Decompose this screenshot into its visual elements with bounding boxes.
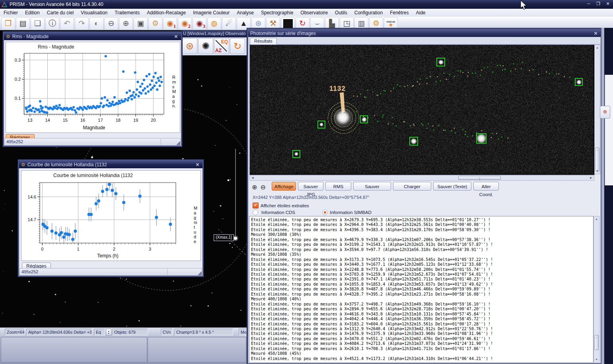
lightcurve-window-title-bar[interactable]: ⚙ Courbe de luminosité Hollandia (1132 ✕	[19, 161, 202, 168]
close-icon[interactable]: ✕	[195, 162, 200, 167]
minimize-icon[interactable]: ─	[586, 1, 592, 6]
magnifier-button[interactable]: ⊕	[600, 106, 610, 119]
close-icon[interactable]: ✕	[593, 31, 599, 36]
bottom-panel-left	[1, 337, 147, 362]
extracted-star-marker[interactable]	[476, 133, 487, 144]
menu-item-aide[interactable]: Aide	[413, 9, 429, 17]
scrollbar-thumb[interactable]: =	[594, 335, 599, 350]
menu-item-traitements[interactable]: Traitements	[111, 9, 143, 17]
zoom-in-icon[interactable]: ⊕	[119, 17, 133, 30]
menu-item-analyse[interactable]: Analyse	[233, 9, 257, 17]
menu-item-fen-tres[interactable]: Fenêtres	[386, 9, 412, 17]
camera-3-icon[interactable]: ◉3	[193, 17, 206, 30]
scroll-down-icon[interactable]: ▼	[595, 169, 600, 173]
eq-frame-spinner[interactable]: ▲▼	[106, 329, 111, 335]
extracted-star-marker[interactable]	[292, 150, 300, 158]
photometry-window-title-bar[interactable]: Photométrie sur série d'images ✕	[248, 29, 601, 37]
save-image-icon[interactable]: ▤	[16, 17, 30, 30]
show-extracted-stars-checkbox[interactable]: ✔	[253, 202, 259, 208]
scroll-up-icon[interactable]: ▲	[595, 45, 600, 50]
log-line: Etoile éliminée, trop peu de mesures à X…	[251, 331, 593, 336]
scroll-down-icon[interactable]: ▼	[594, 357, 599, 362]
contrast-icon[interactable]: ◐	[90, 17, 103, 30]
scroll-up-icon[interactable]: ▲	[594, 217, 599, 222]
information-cds-radio[interactable]	[253, 210, 258, 215]
undo-icon[interactable]: ↶	[60, 17, 74, 30]
eq-az-toggle-icon[interactable]: EQAZ	[214, 38, 229, 54]
magnify-image-icon[interactable]: ▣	[134, 17, 148, 30]
image-vertical-scrollbar[interactable]: ▲ = ▼	[594, 45, 600, 174]
tab-resultats[interactable]: Résultats	[250, 38, 277, 45]
image-horizontal-scrollbar[interactable]: ◀ || ▶	[249, 175, 594, 181]
starfield-image	[250, 45, 594, 174]
maximize-icon[interactable]: ❐	[595, 1, 601, 6]
button-sauver-texte-[interactable]: Sauver (Texte)	[433, 182, 471, 191]
close-icon[interactable]: ✕	[605, 1, 611, 6]
menu-item-carte-du-ciel[interactable]: Carte du ciel	[43, 9, 77, 17]
radio-simbad-label: Information SIMBAD	[330, 210, 372, 215]
lightcurve-window: ⚙ Courbe de luminosité Hollandia (1132 ✕…	[18, 159, 204, 277]
extracted-star-marker[interactable]	[575, 78, 583, 86]
menu-item-spectrographie[interactable]: Spectrographie	[257, 9, 297, 17]
photometry-buttons: AffichageSauver JPGRMSSauverChargerSauve…	[272, 182, 499, 191]
zoom-in-icon[interactable]: ⊕	[252, 183, 257, 191]
menu-item-configuration[interactable]: Configuration	[351, 9, 386, 17]
scroll-right-icon[interactable]: ▶	[589, 175, 594, 180]
resize-grip-icon[interactable]: ◢	[198, 270, 202, 275]
scrollbar-thumb[interactable]: ||	[458, 176, 501, 180]
redo-icon[interactable]: ↷	[75, 17, 89, 30]
photometry-image-view[interactable]: 1132	[249, 45, 595, 175]
gear-icon: ⚙	[6, 34, 10, 39]
extracted-star-marker[interactable]	[436, 58, 445, 66]
log-vertical-scrollbar[interactable]: ▲ = ▼	[594, 216, 599, 363]
zoom-out-icon[interactable]: ⊖	[260, 183, 265, 191]
menu-item-observatoire[interactable]: Observatoire	[297, 9, 331, 17]
camera-2-icon[interactable]: ◉2	[178, 17, 192, 30]
extracted-star-marker[interactable]	[409, 137, 418, 146]
close-icon[interactable]: ✕	[173, 34, 179, 39]
button-rms[interactable]: RMS	[325, 182, 351, 191]
menu-item-outils[interactable]: Outils	[331, 9, 351, 17]
solar-system-icon[interactable]: ⊛	[182, 38, 197, 54]
open-image-icon[interactable]: ❒	[1, 17, 15, 30]
extracted-star-marker[interactable]	[317, 121, 325, 128]
button-charger[interactable]: Charger	[393, 182, 431, 191]
menu-item-visualisation[interactable]: Visualisation	[77, 9, 111, 17]
menu-item-edition[interactable]: Edition	[21, 9, 43, 17]
copy-image-icon[interactable]: ❏	[31, 17, 45, 30]
menu-item-addition-recalage[interactable]: Addition-Recalage	[143, 9, 189, 17]
svg-text:3: 3	[149, 247, 151, 251]
menu-item-fichier[interactable]: Fichier	[0, 9, 21, 17]
button-sauver-jpg[interactable]: Sauver JPG	[298, 182, 323, 191]
extracted-star-marker[interactable]	[360, 115, 368, 123]
scrollbar-thumb[interactable]: =	[595, 148, 599, 171]
status-constellation: CVn	[161, 329, 173, 335]
button-affichage[interactable]: Affichage	[272, 182, 296, 191]
measurement-log[interactable]: Etoile éliminée, trop peu de mesures à X…	[249, 216, 594, 363]
resize-grip-icon[interactable]: ◢	[176, 140, 180, 145]
button-sauver[interactable]: Sauver	[353, 182, 391, 191]
status-frame[interactable]: Eq	[94, 329, 105, 335]
button-aller-coord-[interactable]: Aller Coord.	[473, 182, 499, 191]
svg-text:0: 0	[41, 247, 43, 251]
telescope-icon[interactable]: ☄	[222, 17, 236, 30]
svg-text:18: 18	[116, 118, 121, 123]
center-view-icon[interactable]: ✺	[198, 38, 213, 54]
motor-focus-icon[interactable]: ◍	[207, 17, 221, 30]
rotate-view-icon[interactable]: ↻	[230, 38, 245, 54]
camera-1-icon[interactable]: ◉1	[163, 17, 177, 30]
scroll-left-icon[interactable]: ◀	[250, 175, 255, 180]
information-simbad-radio[interactable]	[322, 210, 328, 215]
prism-application: PRISM - Version Avancée 64 bits 11.4.30.…	[0, 0, 613, 364]
menu-item-imagerie-couleur[interactable]: Imagerie Couleur	[189, 9, 233, 17]
info-icon[interactable]: ⓘ	[45, 17, 59, 30]
app-title-bar: PRISM - Version Avancée 64 bits 11.4.30.…	[0, 0, 613, 9]
rms-window-title-bar[interactable]: ⚙ Rms - Magnitude ✕	[4, 33, 181, 40]
gear-icon[interactable]: ⚙	[148, 17, 162, 30]
log-line: Etoile éliminée, trop peu de mesures à X…	[251, 262, 593, 267]
log-line: Etoile éliminée, trop peu de mesures à X…	[251, 282, 593, 287]
zoom-out-icon[interactable]: ⊖	[104, 17, 118, 30]
window-controls: ─ ❐ ✕	[586, 1, 611, 6]
log-line: Etoile éliminée, trop peu de mesures à X…	[251, 356, 593, 361]
log-line: Etoile éliminée, trop peu de mesures à X…	[251, 292, 593, 297]
